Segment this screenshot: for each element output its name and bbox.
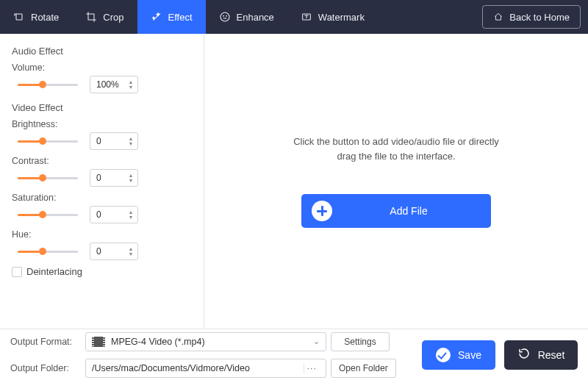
volume-label: Volume:	[12, 62, 193, 73]
back-home-label: Back to Home	[509, 12, 570, 23]
deinterlacing-checkbox[interactable]	[12, 267, 22, 277]
effect-icon	[151, 11, 162, 23]
reset-icon	[517, 347, 531, 362]
brightness-label: Brightness:	[12, 119, 193, 129]
tab-enhance[interactable]: Enhance	[206, 0, 287, 34]
contrast-stepper[interactable]: 0 ▲▼	[90, 169, 138, 187]
enhance-icon	[219, 11, 231, 23]
tab-label: Watermark	[318, 12, 365, 23]
hue-slider[interactable]	[18, 246, 78, 257]
output-format-select[interactable]: MPEG-4 Video (*.mp4) ⌄	[85, 332, 326, 351]
bottom-bar: Output Format: MPEG-4 Video (*.mp4) ⌄ Se…	[0, 329, 588, 380]
hue-stepper[interactable]: 0 ▲▼	[90, 243, 138, 260]
reset-button[interactable]: Reset	[504, 340, 578, 370]
hue-label: Hue:	[12, 229, 193, 240]
video-effect-heading: Video Effect	[12, 102, 193, 113]
stepper-arrows-icon[interactable]: ▲▼	[126, 207, 136, 222]
browse-folder-button[interactable]: ···	[304, 363, 320, 373]
settings-button[interactable]: Settings	[331, 332, 390, 351]
tab-label: Crop	[103, 12, 123, 23]
plus-circle-icon	[312, 201, 332, 221]
tab-crop[interactable]: Crop	[72, 0, 137, 34]
rotate-icon	[13, 11, 25, 23]
tab-effect[interactable]: Effect	[137, 0, 206, 34]
output-folder-input[interactable]: /Users/mac/Documents/Vidmore/Video ···	[85, 359, 326, 378]
output-format-value: MPEG-4 Video (*.mp4)	[111, 337, 205, 347]
add-file-button[interactable]: Add File	[301, 194, 491, 228]
svg-point-3	[226, 15, 226, 16]
volume-stepper[interactable]: 100% ▲▼	[90, 76, 138, 93]
save-button[interactable]: Save	[422, 340, 495, 370]
watermark-icon	[301, 11, 312, 23]
hue-value: 0	[96, 246, 101, 257]
brightness-stepper[interactable]: 0 ▲▼	[90, 132, 138, 150]
save-label: Save	[458, 349, 481, 361]
deinterlacing-label: Deinterlacing	[26, 266, 82, 277]
settings-label: Settings	[344, 337, 376, 347]
open-folder-label: Open Folder	[339, 363, 388, 373]
contrast-label: Contrast:	[12, 156, 193, 166]
brightness-value: 0	[96, 136, 101, 146]
video-format-icon	[92, 337, 105, 347]
back-to-home-button[interactable]: Back to Home	[482, 5, 581, 29]
volume-value: 100%	[96, 79, 119, 90]
saturation-label: Saturation:	[12, 193, 193, 203]
stepper-arrows-icon[interactable]: ▲▼	[126, 77, 136, 92]
contrast-value: 0	[96, 173, 101, 183]
chevron-down-icon: ⌄	[313, 337, 320, 346]
add-file-label: Add File	[359, 205, 491, 217]
output-folder-value: /Users/mac/Documents/Vidmore/Video	[92, 363, 250, 373]
reset-label: Reset	[538, 349, 565, 361]
brightness-slider[interactable]	[18, 136, 78, 146]
open-folder-button[interactable]: Open Folder	[331, 359, 396, 378]
saturation-stepper[interactable]: 0 ▲▼	[90, 206, 138, 223]
drop-hint-text: Click the button to add video/audio file…	[293, 135, 499, 163]
tab-label: Effect	[168, 12, 193, 23]
output-format-label: Output Format:	[10, 337, 81, 347]
output-folder-label: Output Folder:	[10, 363, 81, 373]
crop-icon	[85, 11, 97, 23]
top-toolbar: Rotate Crop Effect Enhance Watermark Bac…	[0, 0, 588, 34]
svg-point-1	[220, 12, 229, 21]
check-circle-icon	[436, 348, 451, 362]
volume-slider[interactable]	[18, 79, 78, 90]
tab-label: Rotate	[31, 12, 59, 23]
preview-drop-zone[interactable]: Click the button to add video/audio file…	[204, 34, 588, 329]
stepper-arrows-icon[interactable]: ▲▼	[126, 134, 136, 148]
stepper-arrows-icon[interactable]: ▲▼	[126, 171, 136, 185]
svg-rect-0	[16, 14, 22, 20]
home-icon	[493, 12, 503, 22]
contrast-slider[interactable]	[18, 173, 78, 183]
audio-effect-heading: Audio Effect	[12, 46, 193, 57]
svg-point-2	[223, 15, 223, 16]
tab-label: Enhance	[237, 12, 274, 23]
main-area: Audio Effect Volume: 100% ▲▼ Video Effec…	[0, 34, 588, 329]
effects-sidebar: Audio Effect Volume: 100% ▲▼ Video Effec…	[0, 34, 204, 329]
tab-rotate[interactable]: Rotate	[0, 0, 72, 34]
saturation-slider[interactable]	[18, 209, 78, 220]
stepper-arrows-icon[interactable]: ▲▼	[126, 244, 136, 259]
saturation-value: 0	[96, 209, 101, 220]
tab-watermark[interactable]: Watermark	[287, 0, 378, 34]
